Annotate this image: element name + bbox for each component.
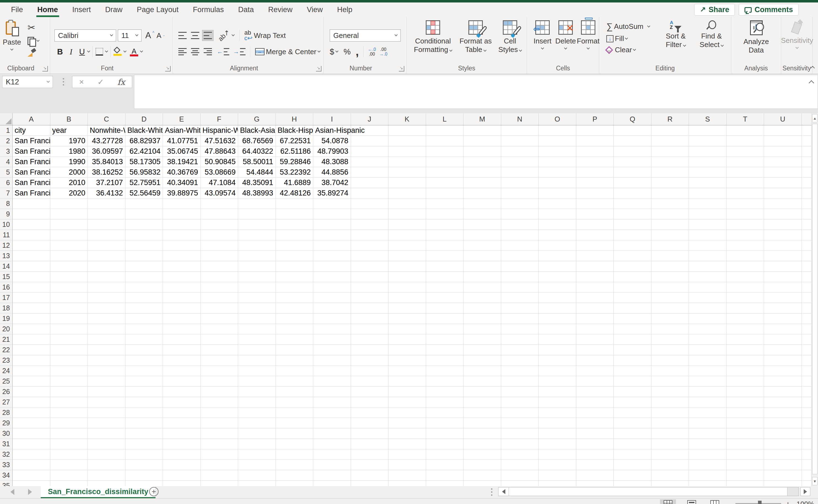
column-header[interactable]: C	[88, 113, 125, 125]
cell[interactable]	[652, 125, 689, 136]
cell[interactable]	[200, 209, 238, 219]
cell[interactable]	[463, 324, 501, 334]
fill-button[interactable]: ↓Fill	[604, 34, 652, 43]
cell[interactable]	[238, 293, 276, 303]
cell[interactable]: 1990	[50, 157, 88, 167]
cell[interactable]	[276, 199, 314, 209]
cell[interactable]	[764, 418, 802, 428]
cell[interactable]	[426, 324, 464, 334]
cell[interactable]	[689, 282, 727, 293]
cell[interactable]	[276, 428, 314, 439]
cell[interactable]	[426, 428, 464, 439]
column-header[interactable]: A	[13, 113, 50, 125]
cell[interactable]	[163, 303, 200, 313]
cell[interactable]	[351, 439, 389, 449]
row-header[interactable]: 9	[0, 209, 13, 219]
cell[interactable]	[652, 470, 689, 481]
cell[interactable]	[652, 230, 689, 240]
cell[interactable]	[652, 240, 689, 251]
cell[interactable]	[689, 293, 727, 303]
cell[interactable]	[50, 439, 88, 449]
cell[interactable]	[50, 303, 88, 313]
cell[interactable]	[727, 282, 764, 293]
cell[interactable]	[501, 125, 539, 136]
cell[interactable]	[351, 261, 389, 272]
cell[interactable]	[501, 219, 539, 230]
cell[interactable]	[764, 428, 802, 439]
cell[interactable]	[501, 303, 539, 313]
cell[interactable]	[652, 324, 689, 334]
cell[interactable]	[426, 251, 464, 261]
cell[interactable]	[689, 355, 727, 366]
column-header[interactable]: T	[727, 113, 764, 125]
cell[interactable]	[727, 418, 764, 428]
cell[interactable]	[802, 303, 812, 313]
cell[interactable]	[200, 387, 238, 397]
cell[interactable]	[614, 334, 652, 345]
cell[interactable]	[276, 303, 314, 313]
cell[interactable]	[88, 355, 125, 366]
cell[interactable]	[539, 460, 576, 470]
cell[interactable]	[388, 178, 426, 188]
cell[interactable]	[388, 460, 426, 470]
cell[interactable]	[802, 261, 812, 272]
cell[interactable]	[426, 407, 464, 418]
cell[interactable]	[125, 449, 163, 460]
cell[interactable]	[463, 125, 501, 136]
cell[interactable]	[88, 230, 125, 240]
cell[interactable]	[652, 460, 689, 470]
cell[interactable]	[13, 418, 50, 428]
cell[interactable]	[351, 240, 389, 251]
cell[interactable]	[88, 345, 125, 355]
insert-cells-button[interactable]: ⇦ Insert	[532, 20, 553, 50]
cell[interactable]	[125, 251, 163, 261]
cell[interactable]	[426, 460, 464, 470]
cell[interactable]	[727, 355, 764, 366]
cell[interactable]	[50, 209, 88, 219]
font-dialog-launcher[interactable]: ↘	[165, 66, 171, 71]
cell[interactable]	[238, 209, 276, 219]
cell[interactable]	[50, 366, 88, 376]
cell[interactable]: 48.79903	[313, 146, 351, 157]
cell[interactable]	[200, 449, 238, 460]
cell[interactable]	[539, 334, 576, 345]
cell[interactable]	[501, 345, 539, 355]
cell[interactable]	[426, 199, 464, 209]
cell[interactable]	[501, 481, 539, 486]
cell[interactable]	[463, 407, 501, 418]
cell[interactable]	[50, 313, 88, 324]
cell[interactable]	[163, 293, 200, 303]
cell[interactable]	[276, 293, 314, 303]
cell[interactable]	[727, 251, 764, 261]
cell[interactable]	[652, 219, 689, 230]
cell[interactable]	[802, 125, 812, 136]
cell[interactable]	[88, 470, 125, 481]
cell[interactable]	[388, 481, 426, 486]
cell[interactable]	[313, 261, 351, 272]
cell[interactable]	[764, 199, 802, 209]
cell[interactable]	[539, 167, 576, 178]
cell[interactable]	[576, 449, 614, 460]
cell[interactable]	[576, 470, 614, 481]
cell[interactable]	[802, 230, 812, 240]
cell[interactable]	[50, 334, 88, 345]
cell[interactable]	[727, 366, 764, 376]
cell[interactable]	[576, 418, 614, 428]
cell[interactable]	[276, 439, 314, 449]
row-header[interactable]: 31	[0, 439, 13, 449]
cell[interactable]	[764, 407, 802, 418]
cell[interactable]	[689, 439, 727, 449]
cell[interactable]: 58.17305	[125, 157, 163, 167]
cell[interactable]	[238, 397, 276, 407]
cell[interactable]	[50, 470, 88, 481]
row-header[interactable]: 5	[0, 167, 13, 178]
cell[interactable]	[501, 397, 539, 407]
cell[interactable]	[652, 167, 689, 178]
cell[interactable]: 59.28846	[276, 157, 314, 167]
fill-color-dropdown-icon[interactable]	[123, 49, 126, 53]
cell[interactable]	[764, 240, 802, 251]
cell[interactable]	[539, 199, 576, 209]
cell[interactable]	[238, 272, 276, 282]
cell[interactable]	[501, 157, 539, 167]
row-header[interactable]: 25	[0, 376, 13, 387]
